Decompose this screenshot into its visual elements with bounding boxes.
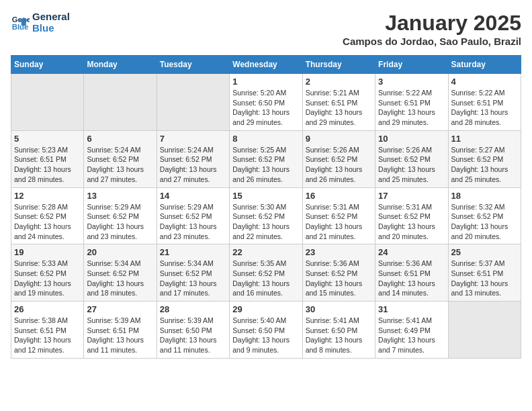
day-info: Sunrise: 5:29 AM Sunset: 6:52 PM Dayligh…	[160, 202, 226, 242]
calendar-cell: 12Sunrise: 5:28 AM Sunset: 6:52 PM Dayli…	[11, 187, 84, 244]
col-header-tuesday: Tuesday	[157, 56, 229, 74]
col-header-sunday: Sunday	[11, 56, 84, 74]
calendar-cell: 25Sunrise: 5:37 AM Sunset: 6:51 PM Dayli…	[448, 244, 521, 302]
calendar-cell: 24Sunrise: 5:36 AM Sunset: 6:51 PM Dayli…	[375, 244, 448, 302]
calendar-cell: 21Sunrise: 5:34 AM Sunset: 6:52 PM Dayli…	[157, 244, 229, 302]
day-info: Sunrise: 5:39 AM Sunset: 6:50 PM Dayligh…	[160, 316, 226, 355]
location: Campos do Jordao, Sao Paulo, Brazil	[343, 36, 521, 47]
calendar-cell: 8Sunrise: 5:25 AM Sunset: 6:52 PM Daylig…	[230, 130, 302, 187]
day-info: Sunrise: 5:40 AM Sunset: 6:50 PM Dayligh…	[232, 316, 299, 355]
day-info: Sunrise: 5:36 AM Sunset: 6:52 PM Dayligh…	[306, 259, 372, 298]
calendar-cell: 26Sunrise: 5:38 AM Sunset: 6:51 PM Dayli…	[11, 302, 84, 359]
day-number: 29	[232, 304, 299, 314]
logo-line1: General	[32, 11, 70, 22]
day-number: 4	[451, 77, 518, 87]
day-number: 24	[378, 247, 445, 257]
calendar-cell: 30Sunrise: 5:41 AM Sunset: 6:50 PM Dayli…	[302, 302, 375, 359]
day-number: 21	[160, 247, 226, 257]
day-number: 26	[14, 304, 81, 314]
calendar-header-row: SundayMondayTuesdayWednesdayThursdayFrid…	[11, 56, 521, 74]
day-number: 12	[14, 191, 81, 201]
logo-line2: Blue	[32, 22, 70, 34]
calendar-cell: 2Sunrise: 5:21 AM Sunset: 6:51 PM Daylig…	[302, 74, 375, 131]
day-info: Sunrise: 5:26 AM Sunset: 6:52 PM Dayligh…	[378, 145, 445, 185]
day-number: 2	[306, 77, 372, 87]
day-info: Sunrise: 5:35 AM Sunset: 6:52 PM Dayligh…	[232, 259, 299, 298]
calendar-cell: 1Sunrise: 5:20 AM Sunset: 6:50 PM Daylig…	[230, 74, 302, 131]
calendar-cell	[84, 74, 157, 131]
calendar-cell: 22Sunrise: 5:35 AM Sunset: 6:52 PM Dayli…	[230, 244, 302, 302]
day-number: 28	[160, 304, 226, 314]
day-info: Sunrise: 5:26 AM Sunset: 6:52 PM Dayligh…	[306, 145, 372, 185]
logo: General Blue General Blue	[11, 11, 70, 34]
day-info: Sunrise: 5:25 AM Sunset: 6:52 PM Dayligh…	[232, 145, 299, 185]
calendar-week-row: 5Sunrise: 5:23 AM Sunset: 6:51 PM Daylig…	[11, 130, 521, 187]
day-number: 8	[232, 134, 299, 144]
day-info: Sunrise: 5:37 AM Sunset: 6:51 PM Dayligh…	[451, 259, 518, 298]
calendar-cell: 6Sunrise: 5:24 AM Sunset: 6:52 PM Daylig…	[84, 130, 157, 187]
day-info: Sunrise: 5:29 AM Sunset: 6:52 PM Dayligh…	[87, 202, 153, 242]
day-info: Sunrise: 5:28 AM Sunset: 6:52 PM Dayligh…	[14, 202, 81, 242]
col-header-thursday: Thursday	[302, 56, 375, 74]
day-info: Sunrise: 5:41 AM Sunset: 6:50 PM Dayligh…	[306, 316, 372, 355]
calendar-cell: 29Sunrise: 5:40 AM Sunset: 6:50 PM Dayli…	[230, 302, 302, 359]
title-block: January 2025 Campos do Jordao, Sao Paulo…	[343, 11, 521, 47]
day-number: 9	[306, 134, 372, 144]
day-info: Sunrise: 5:21 AM Sunset: 6:51 PM Dayligh…	[306, 88, 372, 128]
calendar-cell: 20Sunrise: 5:34 AM Sunset: 6:52 PM Dayli…	[84, 244, 157, 302]
day-number: 1	[232, 77, 299, 87]
day-info: Sunrise: 5:38 AM Sunset: 6:51 PM Dayligh…	[14, 316, 81, 355]
day-info: Sunrise: 5:39 AM Sunset: 6:51 PM Dayligh…	[87, 316, 153, 355]
page-header: General Blue General Blue January 2025 C…	[11, 11, 521, 47]
day-number: 16	[306, 191, 372, 201]
day-info: Sunrise: 5:31 AM Sunset: 6:52 PM Dayligh…	[378, 202, 445, 242]
calendar-cell: 5Sunrise: 5:23 AM Sunset: 6:51 PM Daylig…	[11, 130, 84, 187]
day-info: Sunrise: 5:34 AM Sunset: 6:52 PM Dayligh…	[160, 259, 226, 298]
day-number: 14	[160, 191, 226, 201]
calendar-week-row: 19Sunrise: 5:33 AM Sunset: 6:52 PM Dayli…	[11, 244, 521, 302]
day-info: Sunrise: 5:41 AM Sunset: 6:49 PM Dayligh…	[378, 316, 445, 355]
calendar-week-row: 1Sunrise: 5:20 AM Sunset: 6:50 PM Daylig…	[11, 74, 521, 131]
day-info: Sunrise: 5:32 AM Sunset: 6:52 PM Dayligh…	[451, 202, 518, 242]
month-title: January 2025	[343, 11, 521, 36]
day-number: 15	[232, 191, 299, 201]
calendar-cell: 14Sunrise: 5:29 AM Sunset: 6:52 PM Dayli…	[157, 187, 229, 244]
col-header-saturday: Saturday	[448, 56, 521, 74]
day-number: 27	[87, 304, 153, 314]
calendar-cell: 18Sunrise: 5:32 AM Sunset: 6:52 PM Dayli…	[448, 187, 521, 244]
day-number: 13	[87, 191, 153, 201]
calendar-cell: 9Sunrise: 5:26 AM Sunset: 6:52 PM Daylig…	[302, 130, 375, 187]
day-number: 3	[378, 77, 445, 87]
day-number: 19	[14, 247, 81, 257]
day-number: 22	[232, 247, 299, 257]
day-number: 5	[14, 134, 81, 144]
calendar: SundayMondayTuesdayWednesdayThursdayFrid…	[11, 55, 521, 359]
day-number: 7	[160, 134, 226, 144]
calendar-cell: 7Sunrise: 5:24 AM Sunset: 6:52 PM Daylig…	[157, 130, 229, 187]
calendar-cell: 16Sunrise: 5:31 AM Sunset: 6:52 PM Dayli…	[302, 187, 375, 244]
day-number: 10	[378, 134, 445, 144]
calendar-cell: 23Sunrise: 5:36 AM Sunset: 6:52 PM Dayli…	[302, 244, 375, 302]
day-info: Sunrise: 5:36 AM Sunset: 6:51 PM Dayligh…	[378, 259, 445, 298]
day-info: Sunrise: 5:22 AM Sunset: 6:51 PM Dayligh…	[378, 88, 445, 128]
day-info: Sunrise: 5:33 AM Sunset: 6:52 PM Dayligh…	[14, 259, 81, 298]
day-number: 30	[306, 304, 372, 314]
day-number: 31	[378, 304, 445, 314]
day-number: 17	[378, 191, 445, 201]
day-info: Sunrise: 5:23 AM Sunset: 6:51 PM Dayligh…	[14, 145, 81, 185]
calendar-cell: 19Sunrise: 5:33 AM Sunset: 6:52 PM Dayli…	[11, 244, 84, 302]
day-number: 25	[451, 247, 518, 257]
calendar-cell: 3Sunrise: 5:22 AM Sunset: 6:51 PM Daylig…	[375, 74, 448, 131]
day-info: Sunrise: 5:31 AM Sunset: 6:52 PM Dayligh…	[306, 202, 372, 242]
calendar-cell	[157, 74, 229, 131]
calendar-cell: 11Sunrise: 5:27 AM Sunset: 6:52 PM Dayli…	[448, 130, 521, 187]
col-header-wednesday: Wednesday	[230, 56, 302, 74]
calendar-cell: 31Sunrise: 5:41 AM Sunset: 6:49 PM Dayli…	[375, 302, 448, 359]
calendar-cell	[448, 302, 521, 359]
day-info: Sunrise: 5:27 AM Sunset: 6:52 PM Dayligh…	[451, 145, 518, 185]
calendar-cell: 27Sunrise: 5:39 AM Sunset: 6:51 PM Dayli…	[84, 302, 157, 359]
calendar-cell: 13Sunrise: 5:29 AM Sunset: 6:52 PM Dayli…	[84, 187, 157, 244]
col-header-monday: Monday	[84, 56, 157, 74]
calendar-cell	[11, 74, 84, 131]
day-info: Sunrise: 5:22 AM Sunset: 6:51 PM Dayligh…	[451, 88, 518, 128]
